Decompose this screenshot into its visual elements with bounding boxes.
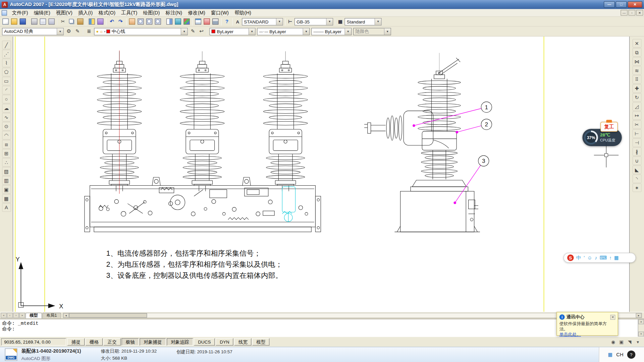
ime-toolbar[interactable]: S 中’☺♪⌨↑▦ [564, 253, 636, 262]
plot-button[interactable] [30, 17, 39, 26]
polygon-tool[interactable]: ⬠ [2, 68, 11, 76]
ime-keyboard-icon[interactable]: ⌨ [600, 255, 607, 260]
tab-layout1[interactable]: 布局1 [42, 312, 61, 318]
minimize-button[interactable]: — [604, 1, 615, 8]
lineweight-combo[interactable]: ——— ByLayer [311, 28, 352, 35]
scroll-up-icon[interactable]: ▴ [638, 319, 644, 324]
ime-skin-icon[interactable]: ↑ [609, 255, 611, 260]
close-button[interactable]: ✕ [628, 1, 642, 8]
status-toggle-6[interactable]: 对象追踪 [167, 338, 193, 346]
ellipse-tool[interactable]: ⊙ [2, 122, 11, 131]
paste-button[interactable] [76, 17, 85, 26]
cut-button[interactable]: ✂ [59, 17, 67, 26]
break-at-point-tool[interactable]: ⊣ [632, 138, 641, 147]
maximize-button[interactable]: □ [616, 1, 627, 8]
color-combo[interactable]: ByLayer [209, 28, 255, 35]
status-toggle-2[interactable]: 栅格 [86, 338, 103, 346]
rotate-tool[interactable]: ↻ [632, 93, 641, 102]
linetype-combo[interactable]: — · — ByLayer [257, 28, 310, 35]
status-toggle-9[interactable]: 线宽 [234, 338, 251, 346]
layer-previous-button[interactable]: ↩ [197, 27, 206, 36]
undo-button[interactable]: ↶ [108, 17, 116, 26]
zoom-realtime-button[interactable] [137, 17, 145, 26]
revision-cloud-tool[interactable]: ☁ [2, 104, 11, 113]
menu-item-6[interactable]: 工具(T) [118, 8, 140, 17]
layer-properties-button[interactable]: ≣ [85, 27, 93, 36]
break-tool[interactable]: ∦ [632, 147, 641, 156]
tab-next-button[interactable]: › [13, 313, 19, 318]
workspace-settings-button[interactable]: ⚙ [64, 27, 73, 36]
menu-item-3[interactable]: 视图(V) [53, 8, 75, 17]
status-toggle-10[interactable]: 模型 [252, 338, 269, 346]
line-tool[interactable]: ╱ [2, 41, 11, 49]
fugong-badge[interactable]: 复工 [600, 122, 618, 132]
horizontal-scrollbar[interactable]: ◂ ▸ [63, 313, 642, 318]
trim-tool[interactable]: ✂ [632, 120, 641, 129]
dim-style-combo[interactable]: GB-35 [294, 18, 333, 25]
mdi-restore-button[interactable]: ▫ [628, 10, 635, 15]
match-properties-button[interactable] [88, 17, 96, 26]
markup-button[interactable] [203, 17, 211, 26]
quickcalc-button[interactable] [211, 17, 220, 26]
tab-model[interactable]: 模型 [25, 312, 42, 318]
comm-center-tray-icon[interactable]: ◉ [610, 339, 616, 345]
status-toggle-5[interactable]: 对象捕捉 [140, 338, 166, 346]
table-tool[interactable]: ▦ [2, 194, 11, 203]
ime-voice-icon[interactable]: ♪ [595, 255, 597, 260]
zoom-previous-button[interactable] [154, 17, 162, 26]
region-tool[interactable]: ▣ [2, 185, 11, 194]
ime-mode-chinese-icon[interactable]: 中 [576, 254, 581, 261]
insert-block-tool[interactable]: ⧈ [2, 140, 11, 149]
status-toggle-3[interactable]: 正交 [104, 338, 121, 346]
language-indicator[interactable]: CH [616, 352, 623, 357]
arc-tool[interactable]: ◜ [2, 86, 11, 95]
menu-item-7[interactable]: 绘图(D) [140, 8, 163, 17]
scrollbar-thumb[interactable] [69, 313, 147, 317]
mtext-tool[interactable]: A [2, 203, 11, 212]
status-menu-icon[interactable]: ▾ [635, 339, 641, 345]
make-object-layer-current-button[interactable]: ✎ [189, 27, 197, 36]
ime-punctuation-icon[interactable]: ’ [584, 255, 585, 260]
extend-tool[interactable]: ⊢ [632, 129, 641, 138]
workspace-combo[interactable]: AutoCAD 经典 [2, 28, 64, 35]
rectangle-tool[interactable]: ▭ [2, 77, 11, 85]
table-style-combo[interactable]: Standard [344, 18, 381, 25]
erase-tool[interactable]: ✕ [632, 39, 641, 48]
block-editor-button[interactable] [96, 17, 105, 26]
status-toggle-8[interactable]: DYN [216, 338, 233, 346]
mdi-close-button[interactable]: ✕ [636, 10, 643, 15]
sheetset-manager-button[interactable] [194, 17, 203, 26]
status-toggle-4[interactable]: 极轴 [121, 338, 139, 346]
zoom-window-button[interactable] [145, 17, 154, 26]
copy-button[interactable] [67, 17, 76, 26]
ime-toolbox-icon[interactable]: ▦ [614, 255, 619, 260]
scroll-right-icon[interactable]: ▸ [636, 313, 642, 317]
menu-item-1[interactable]: 文件(F) [9, 8, 31, 17]
offset-tool[interactable]: ≋ [632, 66, 641, 75]
tab-first-button[interactable]: « [1, 313, 6, 318]
fillet-tool[interactable]: ◝ [632, 174, 641, 183]
clean-screen-icon[interactable]: ◥ [626, 339, 633, 345]
command-window[interactable]: 命令: _mtedit命令: ▴ ▾ [0, 318, 644, 337]
ellipse-arc-tool[interactable]: ◠ [2, 131, 11, 140]
polyline-tool[interactable]: ⌇ [2, 59, 11, 67]
save-button[interactable] [18, 17, 27, 26]
open-button[interactable] [10, 17, 18, 26]
point-tool[interactable]: ∴ [2, 158, 11, 167]
workspace-save-button[interactable]: ✎ [73, 27, 82, 36]
mdi-minimize-button[interactable]: — [621, 10, 628, 15]
layer-combo[interactable]: ● ☼ ▪ 中心线 [94, 28, 187, 35]
text-style-combo[interactable]: STANDARD [242, 18, 283, 25]
chamfer-tool[interactable]: ◣ [632, 165, 641, 174]
tab-prev-button[interactable]: ‹ [7, 313, 13, 318]
tool-palettes-button[interactable] [182, 17, 191, 26]
properties-button[interactable] [165, 17, 174, 26]
help-button[interactable]: ? [223, 17, 231, 26]
command-scrollbar[interactable]: ▴ ▾ [638, 319, 644, 337]
menu-item-10[interactable]: 窗口(W) [208, 8, 231, 17]
circle-tool[interactable]: ○ [2, 95, 11, 104]
scroll-down-icon[interactable]: ▾ [638, 331, 644, 337]
menu-item-2[interactable]: 编辑(E) [31, 8, 53, 17]
stretch-tool[interactable]: ↦ [632, 111, 641, 120]
toolbar-lock-icon[interactable]: ▣ [618, 339, 625, 345]
